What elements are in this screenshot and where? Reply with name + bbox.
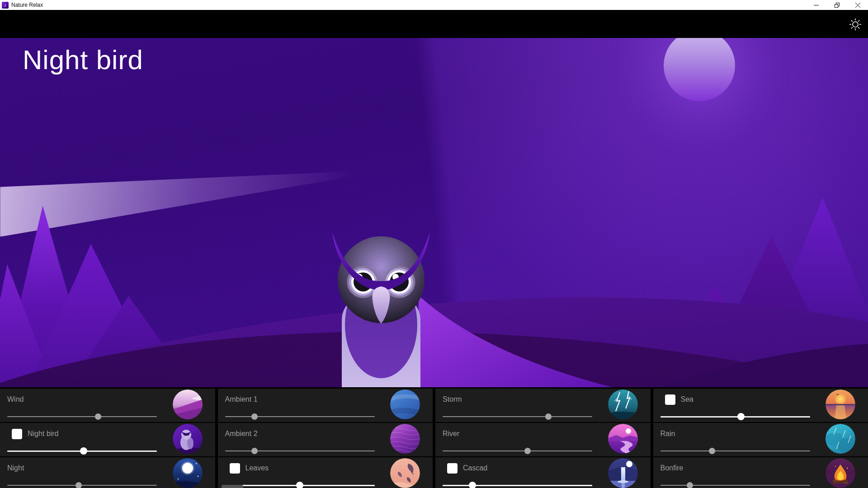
volume-slider[interactable] — [225, 482, 375, 488]
sound-cell-wind: Wind — [0, 389, 215, 422]
sound-checkbox[interactable] — [12, 429, 22, 439]
sound-cell-rain: Rain — [653, 423, 868, 456]
night-bird-icon[interactable] — [173, 424, 203, 454]
slider-thumb[interactable] — [469, 482, 476, 488]
sound-label: Bonfire — [660, 464, 684, 472]
volume-slider[interactable] — [225, 447, 375, 455]
sound-cell-night: Night — [0, 457, 215, 488]
slider-thumb[interactable] — [95, 413, 101, 420]
sound-cell-ambient2: Ambient 2 — [218, 423, 433, 456]
storm-icon[interactable] — [608, 389, 638, 419]
sound-label: Rain — [660, 430, 675, 438]
slider-track — [225, 416, 375, 417]
sound-label: River — [443, 430, 459, 438]
sound-cell-bonfire: Bonfire — [653, 457, 868, 488]
sound-label: Wind — [7, 395, 24, 404]
toolbar — [0, 10, 868, 38]
volume-slider[interactable] — [7, 447, 157, 455]
sound-cell-night-bird: Night bird — [0, 423, 215, 456]
sound-label: Ambient 1 — [225, 395, 258, 404]
next-row-partial-checkbox — [222, 485, 243, 488]
sound-label: Night — [7, 464, 24, 472]
scene-artwork: Night bird — [0, 38, 868, 387]
sound-cell-leaves: Leaves — [218, 457, 433, 488]
slider-thumb[interactable] — [524, 448, 531, 454]
slider-track — [660, 485, 810, 486]
rain-icon[interactable] — [826, 424, 855, 454]
sound-cell-cascad: Cascad — [435, 457, 651, 488]
slider-track — [660, 450, 810, 451]
sound-label: Leaves — [245, 464, 269, 472]
app-icon: ♪ — [2, 2, 9, 9]
volume-slider[interactable] — [443, 447, 592, 455]
minimize-button[interactable] — [806, 0, 826, 10]
sound-checkbox[interactable] — [665, 394, 675, 405]
owl-illustration — [276, 228, 628, 387]
ambient2-icon[interactable] — [390, 424, 420, 454]
sound-cell-storm: Storm — [435, 389, 651, 422]
volume-slider[interactable] — [7, 482, 157, 488]
slider-track — [225, 450, 375, 451]
brightness-sun-icon[interactable] — [846, 15, 864, 33]
volume-slider[interactable] — [7, 413, 157, 420]
slider-thumb[interactable] — [737, 413, 745, 420]
sound-cell-sea: Sea — [653, 389, 868, 422]
sound-label: Cascad — [463, 464, 487, 472]
window-title: Nature Relax — [11, 2, 43, 8]
slider-track — [7, 416, 157, 417]
slider-track — [443, 416, 592, 417]
volume-slider[interactable] — [660, 413, 810, 420]
night-icon[interactable] — [173, 458, 203, 488]
sound-cell-river: River — [435, 423, 651, 456]
volume-slider[interactable] — [443, 413, 592, 420]
volume-slider[interactable] — [225, 413, 375, 420]
slider-thumb[interactable] — [545, 413, 552, 420]
sound-mixer-panel: Wind Night bird — [0, 387, 868, 488]
river-icon[interactable] — [608, 424, 638, 454]
sound-label: Sea — [681, 395, 693, 404]
slider-thumb[interactable] — [75, 482, 82, 488]
slider-track — [660, 416, 810, 418]
sound-cell-ambient1: Ambient 1 — [218, 389, 433, 422]
slider-thumb[interactable] — [687, 482, 693, 488]
sound-label: Ambient 2 — [225, 430, 258, 438]
wind-icon[interactable] — [173, 389, 203, 419]
volume-slider[interactable] — [660, 447, 810, 455]
slider-thumb[interactable] — [251, 413, 258, 420]
close-button[interactable] — [847, 0, 868, 10]
sound-label: Storm — [443, 395, 462, 404]
titlebar: ♪ Nature Relax — [0, 0, 868, 10]
slider-track — [7, 485, 157, 486]
sea-icon[interactable] — [826, 389, 855, 419]
ambient1-icon[interactable] — [390, 389, 420, 419]
nature-relax-window: ♪ Nature Relax — [0, 0, 868, 488]
scene-title: Night bird — [23, 44, 143, 75]
slider-track — [443, 450, 592, 451]
restore-button[interactable] — [826, 0, 847, 10]
slider-thumb[interactable] — [80, 447, 87, 455]
sound-checkbox[interactable] — [230, 463, 240, 474]
cascad-icon[interactable] — [608, 458, 638, 488]
leaves-icon[interactable] — [390, 458, 420, 488]
window-controls — [806, 0, 868, 10]
slider-thumb[interactable] — [709, 448, 715, 454]
sound-checkbox[interactable] — [447, 463, 458, 474]
volume-slider[interactable] — [443, 482, 592, 488]
slider-thumb[interactable] — [296, 482, 303, 488]
volume-slider[interactable] — [660, 482, 810, 488]
sound-label: Night bird — [28, 430, 58, 438]
bonfire-icon[interactable] — [826, 458, 855, 488]
slider-track — [443, 485, 592, 486]
slider-thumb[interactable] — [251, 448, 258, 454]
